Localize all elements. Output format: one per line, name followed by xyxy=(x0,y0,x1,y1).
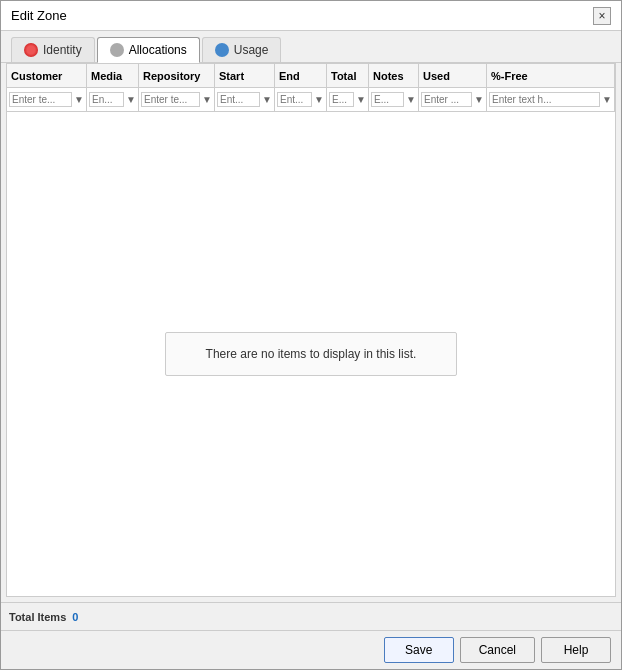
save-button[interactable]: Save xyxy=(384,637,454,663)
col-header-total: Total xyxy=(327,64,369,87)
tab-usage-label: Usage xyxy=(234,43,269,57)
tab-identity-label: Identity xyxy=(43,43,82,57)
col-header-customer: Customer xyxy=(7,64,87,87)
tab-identity[interactable]: Identity xyxy=(11,37,95,62)
filter-input-notes[interactable] xyxy=(371,92,404,107)
filter-icon-start[interactable]: ▼ xyxy=(262,94,272,105)
filter-icon-customer[interactable]: ▼ xyxy=(74,94,84,105)
filter-input-customer[interactable] xyxy=(9,92,72,107)
col-header-used: Used xyxy=(419,64,487,87)
tab-bar: Identity Allocations Usage xyxy=(1,31,621,63)
close-button[interactable]: × xyxy=(593,7,611,25)
status-label: Total Items xyxy=(9,611,66,623)
edit-zone-dialog: Edit Zone × Identity Allocations Usage C… xyxy=(0,0,622,670)
filter-icon-used[interactable]: ▼ xyxy=(474,94,484,105)
title-bar: Edit Zone × xyxy=(1,1,621,31)
dialog-title: Edit Zone xyxy=(11,8,67,23)
tab-usage[interactable]: Usage xyxy=(202,37,282,62)
usage-icon xyxy=(215,43,229,57)
filter-input-pctfree[interactable] xyxy=(489,92,600,107)
filter-input-repository[interactable] xyxy=(141,92,200,107)
filter-cell-end: ▼ xyxy=(275,88,327,111)
content-area: Customer Media Repository Start End Tota… xyxy=(6,63,616,597)
filter-input-end[interactable] xyxy=(277,92,312,107)
allocations-icon xyxy=(110,43,124,57)
filter-cell-used: ▼ xyxy=(419,88,487,111)
col-header-end: End xyxy=(275,64,327,87)
button-bar: Save Cancel Help xyxy=(1,630,621,669)
filter-icon-notes[interactable]: ▼ xyxy=(406,94,416,105)
filter-row: ▼ ▼ ▼ ▼ ▼ ▼ ▼ xyxy=(7,88,615,112)
tab-allocations-label: Allocations xyxy=(129,43,187,57)
help-button[interactable]: Help xyxy=(541,637,611,663)
filter-cell-start: ▼ xyxy=(215,88,275,111)
filter-input-start[interactable] xyxy=(217,92,260,107)
tab-allocations[interactable]: Allocations xyxy=(97,37,200,63)
col-header-media: Media xyxy=(87,64,139,87)
filter-cell-repository: ▼ xyxy=(139,88,215,111)
filter-icon-repository[interactable]: ▼ xyxy=(202,94,212,105)
filter-cell-customer: ▼ xyxy=(7,88,87,111)
cancel-button[interactable]: Cancel xyxy=(460,637,535,663)
filter-input-media[interactable] xyxy=(89,92,124,107)
filter-cell-notes: ▼ xyxy=(369,88,419,111)
filter-cell-media: ▼ xyxy=(87,88,139,111)
col-header-start: Start xyxy=(215,64,275,87)
grid-header: Customer Media Repository Start End Tota… xyxy=(7,64,615,88)
filter-icon-end[interactable]: ▼ xyxy=(314,94,324,105)
filter-input-used[interactable] xyxy=(421,92,472,107)
filter-icon-total[interactable]: ▼ xyxy=(356,94,366,105)
empty-message: There are no items to display in this li… xyxy=(165,332,458,376)
filter-icon-media[interactable]: ▼ xyxy=(126,94,136,105)
filter-input-total[interactable] xyxy=(329,92,354,107)
status-value: 0 xyxy=(72,611,78,623)
col-header-pctfree: %-Free xyxy=(487,64,615,87)
filter-cell-total: ▼ xyxy=(327,88,369,111)
col-header-repository: Repository xyxy=(139,64,215,87)
identity-icon xyxy=(24,43,38,57)
filter-icon-pctfree[interactable]: ▼ xyxy=(602,94,612,105)
filter-cell-pctfree: ▼ xyxy=(487,88,615,111)
grid-body: There are no items to display in this li… xyxy=(7,112,615,596)
status-bar: Total Items 0 xyxy=(1,602,621,630)
col-header-notes: Notes xyxy=(369,64,419,87)
